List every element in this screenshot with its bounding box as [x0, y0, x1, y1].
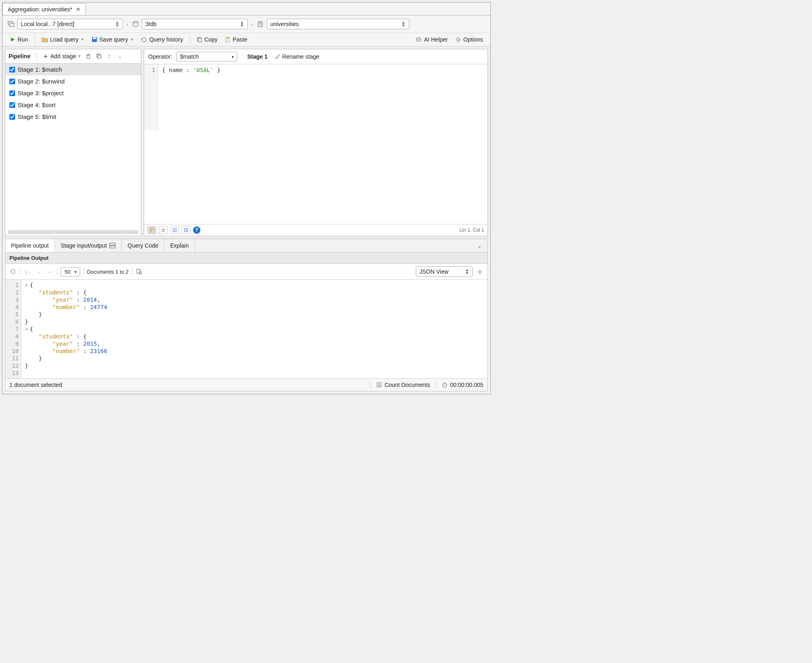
- output-json-view[interactable]: 12345678910111213 ▾{ "students" : { "yea…: [5, 280, 487, 378]
- tab-query-code[interactable]: Query Code: [122, 239, 164, 252]
- updown-icon: ▲▼: [402, 21, 406, 27]
- rename-stage-button[interactable]: Rename stage: [275, 53, 319, 60]
- ai-helper-button[interactable]: AI Helper: [412, 35, 451, 44]
- help-icon[interactable]: ?: [193, 226, 200, 234]
- move-up-icon[interactable]: ↑: [106, 53, 113, 60]
- find-icon[interactable]: [136, 268, 143, 275]
- database-select[interactable]: 3tdb ▲▼: [142, 19, 248, 29]
- stage-checkbox[interactable]: [9, 102, 15, 108]
- query-history-button[interactable]: Query history: [138, 35, 186, 44]
- stage-label: Stage 3: $project: [18, 90, 64, 97]
- stage-item[interactable]: Stage 4: $sort: [5, 99, 141, 111]
- svg-rect-10: [198, 38, 202, 42]
- line-gutter: 1: [144, 64, 158, 130]
- updown-icon: ▲▼: [465, 268, 469, 275]
- collection-select[interactable]: universities ▲▼: [267, 19, 409, 29]
- chevron-down-icon: ▼: [78, 54, 81, 58]
- svg-point-14: [417, 39, 418, 40]
- elapsed-value: 00:00:00.005: [450, 382, 483, 388]
- stage-label: Stage 1: $match: [18, 66, 62, 73]
- chevron-down-icon: ▼: [81, 37, 84, 42]
- tab-pipeline-output[interactable]: Pipeline output: [5, 239, 55, 252]
- updown-icon: ▲▼: [240, 21, 244, 27]
- tab-label: Query Code: [127, 242, 158, 249]
- view-mode-3-icon[interactable]: [170, 226, 179, 234]
- code-editor[interactable]: 1 { name : 'USAL' }: [144, 64, 487, 130]
- tab-title: Aggregation: universities*: [8, 6, 72, 13]
- refresh-icon[interactable]: [9, 268, 17, 275]
- stage-item[interactable]: Stage 1: $match: [5, 64, 141, 75]
- breadcrumb: Local local...7 [direct] ▲▼ › 3tdb ▲▼ › …: [2, 15, 490, 33]
- operator-select[interactable]: $match ▾: [176, 52, 237, 61]
- copy-button[interactable]: Copy: [193, 35, 221, 44]
- svg-point-2: [133, 21, 138, 23]
- count-documents-button[interactable]: # Count Documents: [376, 382, 430, 388]
- load-query-button[interactable]: Load query ▼: [38, 35, 88, 44]
- stage-checkbox[interactable]: [9, 79, 15, 84]
- add-stage-button[interactable]: ＋ Add stage ▼: [42, 52, 81, 61]
- prev-page-icon[interactable]: ←: [35, 268, 44, 276]
- status-selected: 1 document selected: [9, 382, 62, 388]
- view-mode-1-icon[interactable]: [147, 226, 156, 234]
- duplicate-icon[interactable]: [95, 53, 103, 60]
- status-bar: 1 document selected # Count Documents 00…: [5, 378, 487, 391]
- main-toolbar: Run Load query ▼ Save query ▼ Query hist…: [2, 33, 490, 46]
- run-button[interactable]: Run: [7, 35, 31, 44]
- connection-select[interactable]: Local local...7 [direct] ▲▼: [17, 19, 123, 29]
- stage-label: Stage 2: $unwind: [18, 78, 65, 85]
- page-size-value: 50: [64, 269, 70, 275]
- delete-icon[interactable]: [85, 53, 92, 60]
- options-label: Options: [463, 36, 483, 43]
- view-mode-4-icon[interactable]: [182, 226, 191, 234]
- collapse-icon[interactable]: ⌄: [472, 239, 487, 252]
- svg-point-8: [142, 37, 147, 42]
- save-query-button[interactable]: Save query ▼: [88, 35, 137, 44]
- chevron-right-icon: ›: [125, 21, 129, 27]
- chevron-down-icon: ▾: [232, 55, 234, 59]
- tab-explain[interactable]: Explain: [165, 239, 195, 252]
- app-window: Aggregation: universities* ✕ Local local…: [2, 2, 491, 394]
- svg-rect-7: [93, 37, 96, 39]
- run-label: Run: [18, 36, 28, 43]
- next-page-icon[interactable]: →: [45, 268, 54, 276]
- separator: [370, 381, 371, 389]
- ai-label: AI Helper: [424, 36, 448, 43]
- tab-stage-io[interactable]: Stage input/output: [55, 239, 122, 252]
- svg-rect-12: [227, 37, 228, 38]
- stage-checkbox[interactable]: [9, 90, 15, 96]
- operator-value: $match: [180, 53, 199, 60]
- output-section: Pipeline output Stage input/output Query…: [5, 239, 488, 391]
- svg-point-41: [479, 271, 481, 273]
- first-page-icon[interactable]: |←: [24, 268, 33, 276]
- options-button[interactable]: Options: [452, 35, 486, 44]
- stage-item[interactable]: Stage 5: $limit: [5, 111, 141, 123]
- separator: [436, 381, 436, 389]
- updown-icon: ▲▼: [115, 21, 119, 27]
- output-body[interactable]: ▾{ "students" : { "year" : 2014, "number…: [22, 280, 110, 378]
- stage-label: Stage 1: [247, 53, 268, 60]
- document-tab[interactable]: Aggregation: universities* ✕: [2, 3, 86, 15]
- content-split: Pipeline ＋ Add stage ▼ ↑ ↓: [2, 46, 490, 239]
- view-mode-2-icon[interactable]: [159, 226, 168, 234]
- stage-label: Stage 4: $sort: [18, 101, 55, 108]
- move-down-icon[interactable]: ↓: [116, 53, 124, 60]
- svg-rect-13: [417, 38, 421, 41]
- paste-button[interactable]: Paste: [222, 35, 250, 44]
- database-value: 3tdb: [145, 21, 156, 27]
- stage-checkbox[interactable]: [9, 67, 15, 72]
- settings-icon[interactable]: [476, 268, 483, 275]
- scrollbar[interactable]: [8, 230, 138, 234]
- stage-item[interactable]: Stage 2: $unwind: [5, 75, 141, 87]
- stage-checkbox[interactable]: [9, 114, 15, 120]
- count-label: Count Documents: [384, 382, 430, 388]
- close-icon[interactable]: ✕: [76, 6, 81, 13]
- view-mode-select[interactable]: JSON View ▲▼: [416, 266, 473, 277]
- stage-item[interactable]: Stage 3: $project: [5, 87, 141, 99]
- svg-line-23: [459, 41, 460, 42]
- editor-footer: ? Lin 1, Col 1: [144, 224, 487, 236]
- page-size-select[interactable]: 50 ▾: [61, 267, 80, 277]
- pipeline-panel: Pipeline ＋ Add stage ▼ ↑ ↓: [5, 49, 141, 236]
- output-toolbar: |← ← → 50 ▾ Documents 1 to 2 JSON View: [5, 264, 487, 280]
- tab-label: Pipeline output: [11, 242, 49, 249]
- code-body[interactable]: { name : 'USAL' }: [158, 64, 224, 130]
